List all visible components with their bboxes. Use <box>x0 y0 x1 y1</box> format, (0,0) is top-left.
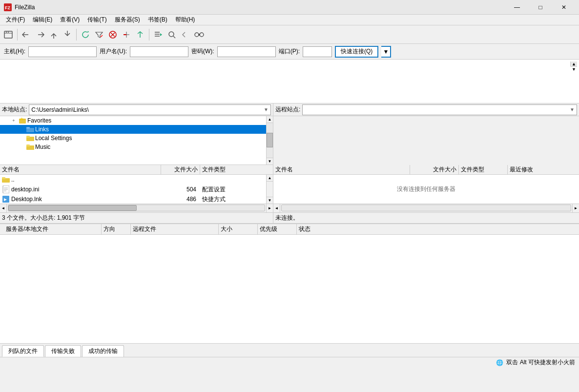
remote-path-dropdown[interactable]: ▼ <box>570 107 575 112</box>
log-scroll-up[interactable]: ▲ <box>571 62 577 67</box>
menu-bookmark[interactable]: 书签(B) <box>144 15 171 25</box>
remote-col-filetype[interactable]: 文件类型 <box>459 165 508 175</box>
tree-item-local-settings[interactable]: Local Settings <box>0 134 266 143</box>
tree-label-links: Links <box>35 126 49 133</box>
menu-transfer[interactable]: 传输(T) <box>83 15 110 25</box>
maximize-button[interactable]: □ <box>529 0 552 15</box>
toolbar-nav-right[interactable] <box>34 28 46 41</box>
transfer-col-direction-header[interactable]: 方向 <box>102 224 131 234</box>
toolbar-process-queue[interactable] <box>152 28 165 41</box>
toolbar-search[interactable] <box>165 28 178 41</box>
transfer-col-status-header[interactable]: 状态 <box>297 224 575 234</box>
local-col-filename[interactable]: 文件名 <box>0 165 161 175</box>
remote-hscroll-track <box>281 205 571 211</box>
local-path-dropdown[interactable]: ▼ <box>264 107 269 112</box>
remote-col-modified[interactable]: 最近修改 <box>508 165 571 175</box>
file-name-text: .. <box>11 176 15 183</box>
menu-edit[interactable]: 编辑(E) <box>29 15 56 25</box>
local-hscroll-right[interactable]: ► <box>266 204 273 212</box>
local-hscroll-left[interactable]: ◄ <box>0 204 7 212</box>
quick-connect-button[interactable]: 快速连接(Q) <box>335 46 378 58</box>
local-col-filesize-label: 文件大小 <box>174 165 198 174</box>
toolbar-refresh[interactable] <box>79 28 92 41</box>
file-cell-type: 快捷方式 <box>200 194 249 204</box>
table-row[interactable]: .. <box>0 175 266 185</box>
minimize-button[interactable]: — <box>506 0 528 15</box>
remote-col-filename[interactable]: 文件名 <box>273 165 410 175</box>
menu-view[interactable]: 查看(V) <box>56 15 83 25</box>
remote-col-modified-label: 最近修改 <box>510 165 533 174</box>
toolbar-nav-left[interactable] <box>20 28 33 41</box>
tree-toggle-favorites[interactable]: + <box>10 117 18 124</box>
close-button[interactable]: ✕ <box>553 0 575 15</box>
menu-server[interactable]: 服务器(S) <box>111 15 144 25</box>
transfer-col-remote-header[interactable]: 远程文件 <box>131 224 219 234</box>
pass-input[interactable] <box>217 46 276 57</box>
local-col-filetype[interactable]: 文件类型 <box>200 165 249 175</box>
lnk-blue-icon <box>2 195 10 203</box>
local-hscroll-thumb[interactable] <box>8 205 137 211</box>
remote-hscroll-right[interactable]: ► <box>572 204 579 212</box>
tree-scroll-thumb[interactable] <box>267 133 273 147</box>
local-path-display[interactable]: C:\Users\admin\Links\ ▼ <box>29 104 271 115</box>
no-server-message: 没有连接到任何服务器 <box>397 185 455 193</box>
port-label: 端口(P): <box>279 47 300 56</box>
svg-rect-26 <box>26 136 30 138</box>
transfer-col-size-header[interactable]: 大小 <box>219 224 258 234</box>
toolbar-disconnect[interactable] <box>120 28 133 41</box>
file-cell-type: 配置设置 <box>200 185 249 194</box>
file-list-vscroll[interactable]: ▲ ▼ <box>266 175 273 204</box>
tree-scroll-down[interactable]: ▼ <box>267 158 273 165</box>
user-input[interactable] <box>130 46 188 57</box>
remote-path-display[interactable]: ▼ <box>302 104 577 115</box>
toolbar-stop[interactable] <box>106 28 119 41</box>
toolbar-back[interactable] <box>179 28 192 41</box>
rocket-hint-text: 双击 Alt 可快捷发射小火箭 <box>506 358 575 367</box>
tree-vscroll[interactable]: ▲ ▼ <box>266 116 273 165</box>
tree-scroll-up[interactable]: ▲ <box>267 116 273 123</box>
tree-item-music[interactable]: Music <box>0 143 266 151</box>
menu-file[interactable]: 文件(F) <box>2 15 29 25</box>
local-hscroll-track <box>8 205 265 211</box>
remote-status-bar: 未连接。 <box>273 212 579 223</box>
host-input[interactable] <box>28 46 97 57</box>
table-row[interactable]: desktop.ini 504 配置设置 <box>0 185 266 194</box>
toolbar <box>0 25 579 44</box>
menu-help[interactable]: 帮助(H) <box>171 15 199 25</box>
file-cell-name: desktop.ini <box>0 185 161 194</box>
tab-failed-transfers[interactable]: 传输失败 <box>45 345 81 357</box>
toolbar-filter[interactable] <box>93 28 105 41</box>
port-input[interactable] <box>303 46 332 57</box>
file-scroll-down[interactable]: ▼ <box>267 197 273 204</box>
toolbar-sep1 <box>17 29 18 41</box>
tab-queued-files[interactable]: 列队的文件 <box>2 345 44 357</box>
main-area: 本地站点: C:\Users\admin\Links\ ▼ + Favorite… <box>0 103 579 224</box>
toolbar-sitemanager[interactable] <box>2 28 15 41</box>
transfer-col-priority-header[interactable]: 优先级 <box>258 224 297 234</box>
local-col-filesize[interactable]: 文件大小 <box>161 165 200 175</box>
tab-queued-files-label: 列队的文件 <box>8 347 38 355</box>
table-row[interactable]: Desktop.lnk 486 快捷方式 <box>0 194 266 204</box>
tab-successful-transfers[interactable]: 成功的传输 <box>82 345 124 357</box>
toolbar-nav-up[interactable] <box>47 28 60 41</box>
app-title: FileZilla <box>15 4 506 11</box>
local-site-label: 本地站点: <box>2 105 27 114</box>
file-scroll-up[interactable]: ▲ <box>267 175 273 182</box>
local-file-list: .. desktop.ini 504 <box>0 175 273 204</box>
transfer-col-server-header[interactable]: 服务器/本地文件 <box>4 224 102 234</box>
tree-item-links[interactable]: Links <box>0 125 266 134</box>
tree-label-favorites: Favorites <box>27 117 51 124</box>
log-scroll-down[interactable]: ▼ <box>571 67 577 72</box>
svg-line-17 <box>173 36 175 38</box>
tree-item-favorites[interactable]: + Favorites <box>0 116 266 125</box>
file-cell-size <box>161 175 200 185</box>
toolbar-connect[interactable] <box>134 28 146 41</box>
toolbar-nav-down[interactable] <box>61 28 74 41</box>
remote-hscroll-left[interactable]: ◄ <box>273 204 280 212</box>
tree-toggle-links <box>18 125 25 133</box>
remote-col-filesize[interactable]: 文件大小 <box>410 165 459 175</box>
toolbar-binoculars[interactable] <box>193 28 206 41</box>
quick-connect-dropdown[interactable]: ▼ <box>381 46 391 58</box>
remote-site-label: 远程站点: <box>275 105 300 114</box>
local-col-filetype-label: 文件类型 <box>202 165 226 174</box>
